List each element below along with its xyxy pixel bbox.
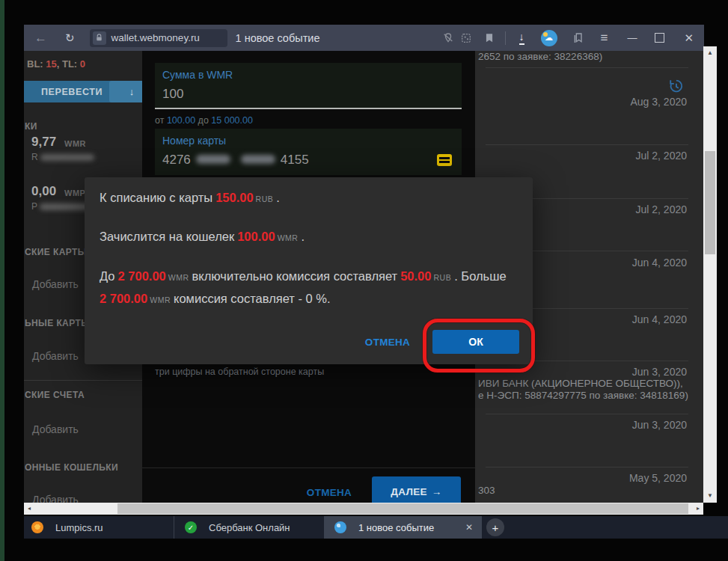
amount-label: Сумма в WMR <box>162 69 233 81</box>
event-separator <box>486 414 688 414</box>
event-date: Jul 2, 2020 <box>636 203 688 215</box>
page-title: 1 новое событие <box>236 32 320 44</box>
event-date: Jun 3, 2020 <box>632 419 687 431</box>
redacted-card-digits <box>241 155 275 164</box>
new-tab-button[interactable]: + <box>486 518 504 536</box>
wallets-header: КИ <box>25 121 37 132</box>
toolbar-right: ↓ ☁ ≡ — ✕ <box>442 30 705 46</box>
tab-close-icon[interactable]: ✕ <box>465 522 473 533</box>
commission-text: До2 700.00WMRвключительно комиссия соста… <box>100 266 518 310</box>
back-button[interactable]: ← <box>34 31 47 44</box>
purse-currency: WMP <box>64 188 85 197</box>
browser-toolbar: ← ↻ wallet.webmoney.ru 1 новое событие ↓… <box>24 25 704 51</box>
purse-currency: WMR <box>64 139 86 148</box>
collections-icon[interactable] <box>572 32 584 44</box>
menu-icon[interactable]: ≡ <box>601 31 608 46</box>
horizontal-scroll-thumb[interactable] <box>117 503 688 514</box>
card-number-label: Номер карты <box>162 135 226 147</box>
event-date: Jun 3, 2020 <box>632 366 687 378</box>
event-bank-line: е Н-ЭСП: 58874297775 по заявке: 34818169… <box>478 390 688 401</box>
amount-field[interactable]: Сумма в WMR 100 <box>155 63 462 109</box>
form-next-button[interactable]: ДАЛЕЕ→ <box>372 476 461 503</box>
scroll-up-arrow[interactable]: ▲ <box>703 48 717 58</box>
dialog-cancel-button[interactable]: ОТМЕНА <box>360 337 415 348</box>
close-window-button[interactable]: ✕ <box>684 31 694 45</box>
add-bank-card-link[interactable]: Добавить <box>32 278 79 290</box>
tab-sberbank[interactable]: ✓ Сбербанк Онлайн <box>174 516 324 539</box>
add-virtual-card-link[interactable]: Добавить <box>32 350 79 362</box>
toolbar-divider <box>505 31 506 45</box>
credit-line: Зачислится на кошелек100.00WMR. <box>100 230 518 244</box>
scroll-left-arrow[interactable]: ◂ <box>24 503 34 515</box>
scroll-down-arrow[interactable]: ▼ <box>703 491 717 501</box>
section-bank-accounts: СКИЕ СЧЕТА <box>25 390 85 400</box>
minimize-button[interactable]: — <box>627 32 637 43</box>
scroll-right-arrow[interactable]: ▸ <box>693 503 703 515</box>
webmoney-favicon <box>334 521 346 533</box>
history-icon[interactable] <box>667 78 684 94</box>
purse-amount: 0,00 <box>31 184 56 199</box>
screenshot-root: ← ↻ wallet.webmoney.ru 1 новое событие ↓… <box>0 0 728 561</box>
card-number-field[interactable]: Номер карты 42764155 <box>155 129 462 175</box>
tab-label: Сбербанк Онлайн <box>209 522 290 533</box>
desktop-edge <box>0 0 4 561</box>
sidebar-divider <box>24 380 142 381</box>
download-icon[interactable]: ↓ <box>519 31 524 45</box>
vertical-scrollbar[interactable]: ▲ ▼ <box>703 46 717 503</box>
tab-webmoney-active[interactable]: 1 новое событие ✕ <box>324 516 482 539</box>
form-cancel-button[interactable]: ОТМЕНА <box>303 487 355 498</box>
arrow-right-icon: → <box>432 486 442 497</box>
event-separator <box>486 467 688 468</box>
add-e-wallet-link[interactable]: Добавить <box>32 494 79 503</box>
maximize-button[interactable] <box>655 33 664 43</box>
purse-amount: 9,77 <box>31 135 56 150</box>
horizontal-scrollbar[interactable]: ◂ ▸ <box>24 503 703 515</box>
card-icon <box>437 154 452 166</box>
tab-bar: Lumpics.ru ✓ Сбербанк Онлайн 1 новое соб… <box>24 516 728 539</box>
event-date: Jun 4, 2020 <box>632 313 687 325</box>
amount-input[interactable]: 100 <box>162 87 183 102</box>
event-separator <box>486 67 688 68</box>
event-date: Jul 2, 2020 <box>636 150 688 162</box>
vertical-scroll-thumb[interactable] <box>705 151 715 254</box>
lock-icon <box>93 31 106 45</box>
section-bank-cards: СКИЕ КАРТЫ <box>25 247 87 257</box>
event-date: May 5, 2020 <box>629 472 687 484</box>
plus-icon: + <box>492 521 499 534</box>
event-text-partial: 303 <box>478 485 495 496</box>
check-icon: ✓ <box>188 524 194 532</box>
redacted-bar <box>40 154 94 161</box>
add-bank-account-link[interactable]: Добавить <box>32 423 79 435</box>
address-bar[interactable]: wallet.webmoney.ru <box>90 29 227 47</box>
section-virtual-cards: ЬНЫЕ КАРТЫ <box>25 318 90 328</box>
form-divider <box>142 468 475 468</box>
tab-lumpics[interactable]: Lumpics.ru <box>24 516 174 539</box>
transfer-button[interactable]: ПЕРЕВЕСТИ <box>24 81 123 102</box>
event-date: Aug 3, 2020 <box>630 96 687 108</box>
bookmark-icon[interactable] <box>484 32 495 43</box>
input-underline <box>155 108 462 109</box>
debit-line: К списанию с карты150.00RUB. <box>100 191 518 205</box>
redacted-card-digits <box>196 155 230 164</box>
url-text: wallet.webmoney.ru <box>111 32 200 43</box>
limits-line: BL: 15, TL: 0 <box>27 58 85 70</box>
annotation-highlight-ring <box>423 319 535 373</box>
event-bank-line: ИВИ БАНК (АКЦИОНЕРНОЕ ОБЩЕСТВО)), <box>478 378 683 389</box>
cvv-hint: три цифры на обратной стороне карты <box>155 367 324 377</box>
tab-label: 1 новое событие <box>358 522 434 533</box>
refresh-button[interactable]: ↻ <box>65 32 75 43</box>
amount-range-hint: от 100.00 до 15 000.00 <box>155 115 253 126</box>
topup-button[interactable]: ↓ <box>109 81 142 102</box>
purse-number-masked: R <box>31 152 94 162</box>
sberbank-favicon: ✓ <box>185 521 197 533</box>
card-number-input[interactable]: 42764155 <box>162 153 309 168</box>
extensions-icon[interactable] <box>460 32 472 44</box>
protect-pin-icon[interactable] <box>442 32 454 44</box>
event-date: Jun 4, 2020 <box>632 257 687 269</box>
event-separator <box>486 144 688 145</box>
lumpics-favicon <box>31 521 43 533</box>
profile-avatar[interactable]: ☁ <box>541 30 557 46</box>
tab-label: Lumpics.ru <box>55 522 103 533</box>
event-text-partial: 2652 по заявке: 38226368) <box>478 51 602 62</box>
down-arrow-icon: ↓ <box>129 86 135 97</box>
